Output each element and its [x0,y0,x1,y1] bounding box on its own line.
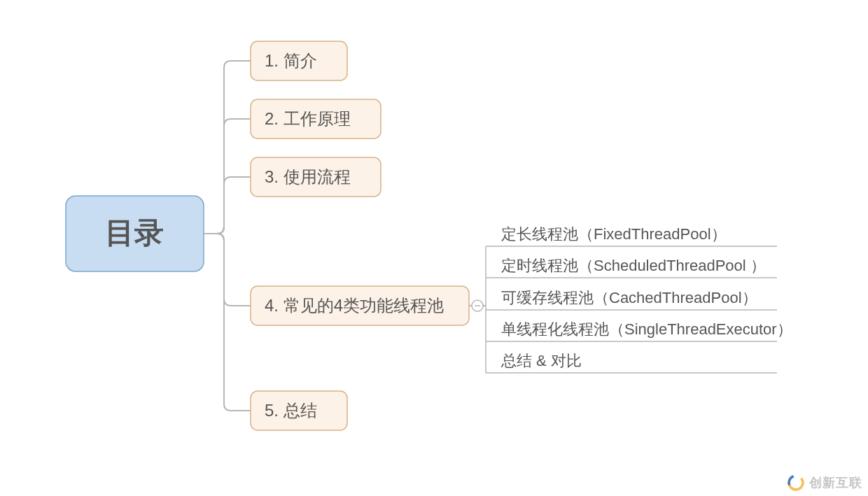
connector-root-b1 [204,61,251,234]
branch-label-5: 5. 总结 [265,401,317,420]
watermark-text: 创新互联 [809,474,862,491]
connector-root-b3 [204,177,251,234]
connector-root-b5 [204,234,251,411]
watermark-logo-icon [787,474,805,492]
branch-label-2: 2. 工作原理 [265,109,351,128]
leaf-label-2: 定时线程池（ScheduledThreadPool ） [501,257,766,274]
leaf-label-4: 单线程化线程池（SingleThreadExecutor） [501,320,792,338]
leaf-label-5: 总结 & 对比 [500,352,582,369]
branch-label-3: 3. 使用流程 [265,167,351,186]
leaf-label-1: 定长线程池（FixedThreadPool） [501,225,727,243]
mindmap-diagram: 目录 1. 简介 2. 工作原理 3. 使用流程 4. 常见的4类功能线程池 5… [0,0,868,496]
branch-label-4: 4. 常见的4类功能线程池 [265,296,444,315]
leaf-label-3: 可缓存线程池（CachedThreadPool） [501,289,757,306]
root-label: 目录 [105,216,164,249]
connector-root-b4 [204,234,251,306]
branch-label-1: 1. 简介 [265,51,317,70]
watermark: 创新互联 [787,474,862,492]
